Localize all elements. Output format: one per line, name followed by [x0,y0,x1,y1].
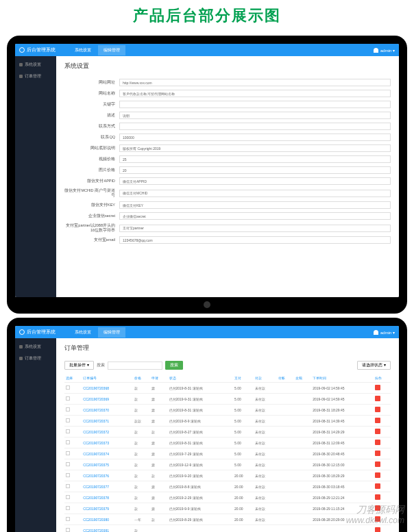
delete-button[interactable] [375,451,380,456]
tab-edit[interactable]: 编辑管理 [98,45,125,55]
column-header[interactable]: 选择 [64,374,82,383]
order-number-link[interactable]: CC20190720373 [83,441,109,445]
column-header[interactable]: 申请 [150,374,167,383]
cell-pay: 5.00 [233,427,254,438]
order-number-link[interactable]: CC20190720371 [83,419,109,423]
row-checkbox[interactable] [66,528,70,532]
column-header[interactable]: 付款 [254,374,277,383]
delete-button[interactable] [375,440,380,445]
tab-system[interactable]: 系统设置 [69,327,97,338]
delete-button[interactable] [375,527,380,532]
row-checkbox[interactable] [66,462,70,466]
row-checkbox[interactable] [66,385,70,390]
bulk-action-dropdown[interactable]: 批量操作 ▾ [64,361,94,370]
form-input[interactable] [119,201,391,209]
row-checkbox[interactable] [66,429,70,433]
delete-button[interactable] [375,494,380,500]
search-input[interactable] [108,362,162,370]
column-header[interactable]: 下单时间 [311,374,374,383]
delete-button[interactable] [375,407,380,412]
order-number-link[interactable]: CC20190720369 [83,397,109,401]
form-input[interactable] [119,225,391,232]
cell-pay: 5.00 [233,405,254,416]
order-number-link[interactable]: CC20190720370 [83,408,109,412]
order-number-link[interactable]: CC20190720377 [83,485,109,489]
app-logo[interactable]: 后台管理系统 [19,329,56,335]
row-checkbox[interactable] [66,506,70,510]
delete-button[interactable] [375,516,380,522]
order-number-link[interactable]: CC20190720379 [83,507,109,511]
order-number-link[interactable]: CC20190720380 [83,518,109,522]
form-input[interactable] [119,101,391,108]
order-number-link[interactable]: CC20190720374 [83,452,109,456]
row-checkbox[interactable] [66,440,70,444]
delete-button[interactable] [375,483,380,489]
form-input[interactable] [119,79,391,86]
form-label: 微信支付KEY [64,203,119,207]
sidebar-item-orders[interactable]: 订单管理 [15,353,56,364]
form-input[interactable] [119,144,391,152]
row-checkbox[interactable] [66,495,70,499]
delete-button[interactable] [375,418,380,423]
search-button[interactable]: 搜索 [165,361,183,370]
column-header[interactable]: 金额 [294,374,311,383]
cell-acct [277,525,294,533]
form-input[interactable] [119,134,391,141]
column-header[interactable]: 支付 [233,374,254,383]
column-header[interactable]: 付帐 [277,374,294,383]
form-input[interactable] [119,177,391,185]
order-number-link[interactable]: CC20190720375 [83,463,109,467]
row-checkbox[interactable] [66,517,70,521]
row-checkbox[interactable] [66,418,70,422]
form-input[interactable] [119,236,391,244]
cell-acct [277,416,294,427]
cell-apply: 票 [150,383,167,394]
cell-apply: 票 [150,438,167,448]
form-row: 微信支付KEY [64,201,391,209]
tab-edit[interactable]: 编辑管理 [98,327,125,338]
order-number-link[interactable]: CC20190720372 [83,430,109,434]
column-header[interactable]: 订单编号 [82,374,133,383]
monitor-frame-2: 后台管理系统 系统设置 编辑管理 admin ▾ 系统设置 订单管理 订单管理 … [7,318,407,532]
row-checkbox[interactable] [66,407,70,411]
form-input[interactable] [119,90,391,97]
order-number-link[interactable]: CC20190720381 [83,529,109,533]
delete-button[interactable] [375,429,380,434]
tab-system[interactable]: 系统设置 [69,45,97,55]
gear-icon [19,345,23,349]
form-input[interactable] [119,166,391,174]
cell-status: 已付2019-8-31 滚轮线 [168,405,234,416]
order-number-link[interactable]: CC20190720368 [83,386,109,390]
column-header[interactable]: 操作 [374,374,391,383]
order-number-link[interactable]: CC20190720378 [83,496,109,500]
form-input[interactable] [119,123,391,130]
user-menu[interactable]: admin ▾ [374,48,395,53]
form-input[interactable] [119,190,391,197]
row-checkbox[interactable] [66,396,70,401]
sidebar-item-system[interactable]: 系统设置 [15,59,56,71]
delete-button[interactable] [375,461,380,467]
order-number-link[interactable]: CC20190720376 [83,474,109,478]
app-logo[interactable]: 后台管理系统 [19,47,56,53]
row-checkbox[interactable] [66,484,70,488]
form-input[interactable] [119,212,391,220]
column-header[interactable]: 状态 [168,374,234,383]
cell-paystatus: 未付款 [254,416,277,427]
table-row: CC20190720372款款已付2019-8-27 滚轮线5.00未付款201… [64,427,391,438]
form-input[interactable] [119,112,391,119]
delete-button[interactable] [375,505,380,511]
cell-status: 已付2019-9-31 滚轮线 [168,394,234,405]
row-checkbox[interactable] [66,451,70,455]
sidebar-item-label: 系统设置 [25,62,41,68]
status-filter-dropdown[interactable]: 请选择状态 ▾ [357,361,391,370]
sidebar-item-orders[interactable]: 订单管理 [15,71,56,82]
row-checkbox[interactable] [66,473,70,477]
sidebar-item-system[interactable]: 系统设置 [15,341,56,353]
cell-time: 2019-08-31 12:09:45 [311,438,374,448]
delete-button[interactable] [375,396,380,401]
delete-button[interactable] [375,472,380,478]
user-menu[interactable]: admin ▾ [374,330,395,335]
delete-button[interactable] [375,385,380,390]
column-header[interactable]: 价格 [133,374,150,383]
form-input[interactable] [119,155,391,163]
